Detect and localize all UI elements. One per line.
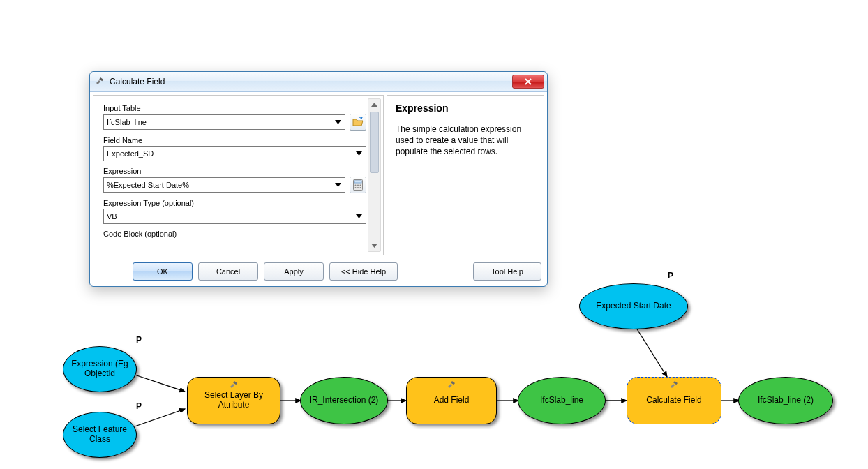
chevron-down-icon xyxy=(333,179,343,191)
scroll-up-icon[interactable] xyxy=(368,99,380,110)
expression-builder-button[interactable] xyxy=(350,177,366,193)
code-block-label: Code Block (optional) xyxy=(103,230,366,238)
param-select-feature-class[interactable]: Select Feature Class xyxy=(63,412,137,458)
svg-point-9 xyxy=(355,187,357,188)
field-name-label: Field Name xyxy=(103,136,366,144)
svg-rect-1 xyxy=(451,381,455,385)
expression-type-value: VB xyxy=(107,212,117,221)
data-ifcslab-line-2-label: IfcSlab_line (2) xyxy=(754,396,818,405)
chevron-down-icon xyxy=(354,148,364,159)
param-expression-label: Expression (Eg Objectid xyxy=(63,359,136,379)
data-ir-intersection-label: IR_Intersection (2) xyxy=(306,396,383,405)
hammer-icon xyxy=(94,76,105,87)
hammer-icon xyxy=(669,380,679,392)
expression-type-dropdown[interactable]: VB xyxy=(103,209,366,224)
dialog-button-row: OK Cancel Apply << Hide Help Tool Help xyxy=(90,258,547,286)
scroll-thumb[interactable] xyxy=(370,112,379,173)
dialog-titlebar[interactable]: Calculate Field xyxy=(90,72,547,92)
p-label: P xyxy=(668,271,673,281)
data-ifcslab-line[interactable]: IfcSlab_line xyxy=(518,377,606,424)
tool-add-field[interactable]: Add Field xyxy=(406,377,497,424)
data-ir-intersection[interactable]: IR_Intersection (2) xyxy=(300,377,388,424)
calculate-field-dialog: Calculate Field Input Table IfcSlab_line xyxy=(89,71,548,287)
expression-dropdown[interactable]: %Expected Start Date% xyxy=(103,177,345,193)
input-table-value: IfcSlab_line xyxy=(107,118,147,126)
hammer-icon xyxy=(447,380,456,392)
close-button[interactable] xyxy=(512,75,544,89)
chevron-down-icon xyxy=(333,117,343,128)
form-scrollbar[interactable] xyxy=(368,98,381,252)
help-body: The simple calculation expression used t… xyxy=(396,124,535,158)
calculator-icon xyxy=(353,179,363,191)
svg-rect-5 xyxy=(354,181,361,183)
field-name-value: Expected_SD xyxy=(107,149,154,158)
data-ifcslab-line-label: IfcSlab_line xyxy=(536,396,588,405)
dialog-title: Calculate Field xyxy=(110,77,508,87)
help-title: Expression xyxy=(396,103,535,114)
svg-rect-2 xyxy=(673,381,678,385)
param-expected-start-date[interactable]: Expected Start Date xyxy=(579,283,688,329)
svg-point-7 xyxy=(357,185,359,186)
svg-point-11 xyxy=(360,187,361,188)
scroll-down-icon[interactable] xyxy=(368,240,380,251)
hammer-icon xyxy=(229,380,239,392)
folder-open-icon xyxy=(352,117,364,127)
chevron-down-icon xyxy=(354,211,364,222)
expression-type-label: Expression Type (optional) xyxy=(103,199,366,207)
svg-rect-3 xyxy=(99,77,103,81)
input-table-label: Input Table xyxy=(103,104,366,112)
svg-point-10 xyxy=(357,187,359,188)
tool-select-layer-by-attribute-label: Select Layer By Attribute xyxy=(188,391,280,410)
tool-add-field-label: Add Field xyxy=(430,396,474,405)
tool-help-button[interactable]: Tool Help xyxy=(473,262,541,281)
form-pane: Input Table IfcSlab_line xyxy=(93,95,384,255)
svg-point-6 xyxy=(355,185,357,186)
svg-rect-0 xyxy=(233,381,237,385)
p-label: P xyxy=(136,335,142,345)
data-ifcslab-line-2[interactable]: IfcSlab_line (2) xyxy=(738,377,833,424)
svg-point-8 xyxy=(360,185,361,186)
browse-button[interactable] xyxy=(350,114,366,131)
tool-calculate-field-label: Calculate Field xyxy=(642,396,705,405)
expression-value: %Expected Start Date% xyxy=(107,181,189,189)
expression-label: Expression xyxy=(103,167,366,175)
p-label: P xyxy=(136,401,142,411)
cancel-button[interactable]: Cancel xyxy=(198,262,258,281)
param-expression[interactable]: Expression (Eg Objectid xyxy=(63,346,137,392)
ok-button[interactable]: OK xyxy=(133,262,193,281)
tool-calculate-field[interactable]: Calculate Field xyxy=(627,377,721,424)
apply-button[interactable]: Apply xyxy=(264,262,324,281)
hide-help-button[interactable]: << Hide Help xyxy=(329,262,398,281)
param-expected-start-date-label: Expected Start Date xyxy=(592,302,675,311)
field-name-dropdown[interactable]: Expected_SD xyxy=(103,146,366,161)
input-table-dropdown[interactable]: IfcSlab_line xyxy=(103,114,345,130)
param-select-feature-class-label: Select Feature Class xyxy=(63,425,136,445)
help-pane: Expression The simple calculation expres… xyxy=(387,95,544,255)
tool-select-layer-by-attribute[interactable]: Select Layer By Attribute xyxy=(187,377,280,424)
